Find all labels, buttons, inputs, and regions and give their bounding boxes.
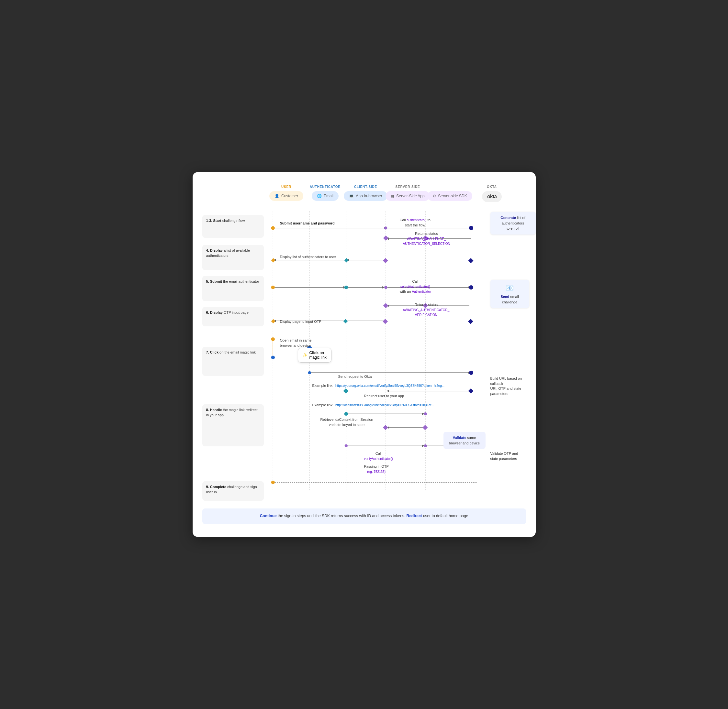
diagram-area: 1-3. Start challenge flow 4. Display a l… [202,209,526,503]
svg-rect-22 [344,258,348,263]
server-icon: ▦ [391,194,394,198]
sdk-icon: ⚙ [433,194,436,198]
svg-rect-56 [468,388,473,394]
anno-example2: Example link: http://localhost:8080/magi… [312,403,434,407]
svg-point-12 [469,226,473,230]
pill-okta: okta [482,191,502,202]
main-card: USER 👤 Customer AUTHENTICATOR 🌐 Email CL… [193,172,536,537]
anno-display-list: Display list of authenticators to user [280,255,336,260]
svg-rect-55 [343,388,348,394]
svg-point-51 [308,371,311,374]
svg-point-52 [469,371,473,375]
svg-point-11 [384,227,387,230]
anno-returns-awaiting2: Returns status AWAITING_AUTHENTICATOR_VE… [403,302,450,317]
anno-retrieve: Retrieve idxContext from Sessionvariable… [320,417,373,427]
action-generate: Generate list ofauthenticatorsto enroll [490,212,536,235]
pill-server: ▦ Server-Side App [386,191,430,201]
svg-rect-63 [383,425,388,430]
col-client: CLIENT-SIDE 💻 App In-browser [345,185,387,201]
col-server: SERVER SIDE ▦ Server-Side App [387,185,429,201]
col-label-okta: OKTA [487,185,497,188]
anno-call-select: Call selectAuthenticator() with an Authe… [400,279,431,294]
svg-marker-54 [386,390,389,392]
browser-icon: 💻 [349,194,354,198]
col-label-server: SERVER SIDE [396,185,420,188]
svg-point-60 [424,412,427,415]
step-7: 7. Click on the email magic link [202,347,264,376]
svg-rect-42 [343,319,347,324]
svg-rect-43 [383,319,388,324]
col-auth: AUTHENTICATOR 🌐 Email [306,185,345,201]
col-label-auth: AUTHENTICATOR [310,185,341,188]
anno-validate-otp: Validate OTP andstate parameters [490,451,532,461]
column-headers: USER 👤 Customer AUTHENTICATOR 🌐 Email CL… [202,185,526,202]
svg-rect-38 [383,303,388,309]
user-icon: 👤 [275,194,279,198]
step-8: 8. Handle the magic link redirect in you… [202,404,264,446]
anno-submit: Submit username and password [280,221,335,226]
svg-point-45 [271,337,275,341]
diagram-canvas: Submit username and password Call authen… [264,209,526,503]
pill-customer: 👤 Customer [269,191,303,201]
anno-display-otp: Display page to input OTP [280,319,322,324]
svg-point-34 [469,285,473,289]
step-6: 6. Display OTP input page [202,307,264,326]
pill-email: 🌐 Email [312,191,339,201]
magic-icon: ✨ [303,353,307,357]
steps-column: 1-3. Start challenge flow 4. Display a l… [202,209,264,503]
col-okta: OKTA okta [471,185,513,202]
svg-point-33 [384,286,387,289]
step-9: 9. Complete challenge and sign user in [202,481,264,501]
svg-rect-23 [383,258,388,263]
svg-point-32 [344,286,348,289]
svg-rect-24 [468,258,473,263]
svg-rect-21 [271,258,275,263]
step-1-3: 1-3. Start challenge flow [202,215,264,238]
anno-passing-otp: Passing in OTP(eg. 752136) [364,464,389,474]
step-4: 4. Display a list of available authentic… [202,245,264,270]
anno-call-verify: CallverifyAuthenticator() [364,451,393,461]
svg-point-72 [271,481,275,484]
anno-open-email: Open email in samebrowser and device [280,338,312,348]
svg-rect-16 [383,235,388,241]
step-5: 5. Submit the email authenticator [202,276,264,301]
svg-point-10 [271,226,275,230]
anno-returns-awaiting1: Returns status AWAITING_CHALLENGE_AUTHEN… [403,231,450,246]
anno-example1: Example link: https://yourorg.okta.com/e… [312,383,445,388]
svg-marker-28 [382,286,384,289]
validate-box: Validate samebrowser and device [443,432,485,449]
svg-point-48 [271,356,275,359]
svg-point-67 [344,444,347,447]
anno-build-url: Build URL based on callbackURI, OTP and … [490,376,536,396]
pill-client: 💻 App In-browser [344,191,387,201]
col-user: USER 👤 Customer [267,185,306,201]
svg-rect-64 [422,425,428,430]
continue-bar: Continue the sign-in steps until the SDK… [202,508,526,524]
col-label-client: CLIENT-SIDE [354,185,377,188]
col-label-user: USER [281,185,291,188]
svg-rect-41 [271,319,275,324]
anno-call-auth: Call authenticate() tostart the flow [400,218,431,228]
col-label-sdk [449,185,450,188]
action-send-email: 📧 Send emailchallenge [490,280,529,308]
click-box: ✨ Click onmagic link [298,348,332,363]
email-icon: 🌐 [317,194,322,198]
anno-redirect: Redirect user to your app [364,394,404,398]
svg-point-59 [344,412,348,416]
col-sdk: ⚙ Server-side SDK [429,185,471,201]
pill-sdk: ⚙ Server-side SDK [427,191,472,201]
svg-rect-44 [468,319,473,324]
anno-send-request: Send request to Okta [338,374,372,379]
svg-point-31 [271,286,275,289]
